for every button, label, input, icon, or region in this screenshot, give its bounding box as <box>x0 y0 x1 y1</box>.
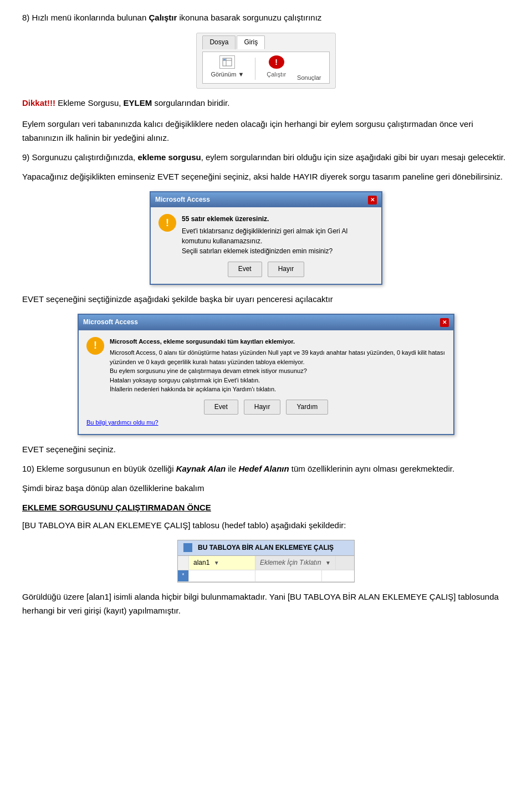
col2-dropdown-arrow[interactable]: ▼ <box>325 560 331 566</box>
dialog1-close-button[interactable]: ✕ <box>368 196 377 205</box>
row-selector-header <box>178 556 189 570</box>
dialog2-container: Microsoft Access ✕ ! Microsoft Access, e… <box>22 314 510 435</box>
dialog2-body: ! Microsoft Access, ekleme sorgusundaki … <box>79 330 453 435</box>
section8-heading: 8) Hızlı menü ikonlarında bulunan Çalışt… <box>22 11 510 25</box>
paragraph4: EVET seçeneğini seçiniz. <box>22 443 510 457</box>
ribbon-container: Dosya Giriş <box>196 33 335 89</box>
table-data-row: * <box>178 570 354 582</box>
dialog1-evet-button[interactable]: Evet <box>228 262 262 277</box>
table-header-icon <box>183 543 192 552</box>
svg-rect-3 <box>223 59 226 60</box>
dialog1-warning-icon: ! <box>158 214 176 232</box>
dialog2-help-link[interactable]: Bu bilgi yardımcı oldu mu? <box>86 419 158 426</box>
dialog1: Microsoft Access ✕ ! 55 satır eklemek üz… <box>150 191 382 284</box>
dialog2-row: ! Microsoft Access, ekleme sorgusundaki … <box>86 337 446 394</box>
dikkat-label: Dikkat <box>22 98 47 108</box>
col1-dropdown-arrow[interactable]: ▼ <box>214 560 219 566</box>
ribbon-group-sonuclar: Sonuçlar <box>297 71 321 83</box>
paragraph6: Görüldüğü üzere [alan1] isimli alanda hi… <box>22 590 510 618</box>
table-col1-header[interactable]: alan1 ▼ <box>189 556 255 570</box>
dialog2-close-button[interactable]: ✕ <box>440 318 449 327</box>
ribbon-tabs: Dosya Giriş <box>202 35 329 49</box>
ribbon-group-goruntum: Görünüm ▼ <box>211 55 244 80</box>
dialog2-warning-icon: ! <box>86 337 104 355</box>
table-header-row: alan1 ▼ Eklemek İçin Tıklatın ▼ <box>178 556 354 570</box>
dialog2-text: Microsoft Access, ekleme sorgusundaki tü… <box>110 337 446 394</box>
table-data-cell1[interactable] <box>189 570 255 581</box>
section9-heading: 9) Sorgunuzu çalıştırdığınızda, ekleme s… <box>22 151 510 165</box>
goruntum-icon[interactable] <box>219 55 235 69</box>
dialog1-row: ! 55 satır eklemek üzeresiniz. Evet'i tı… <box>158 214 374 256</box>
dialog1-buttons: Evet Hayır <box>158 262 374 277</box>
section10-heading: 10) Ekleme sorgusunun en büyük özelliği … <box>22 462 510 476</box>
access-table-container: BU TABLOYA BİR ALAN EKLEMEYE ÇALIŞ alan1… <box>22 540 510 583</box>
dialog2-hayir-button[interactable]: Hayır <box>244 400 281 415</box>
paragraph3: EVET seçeneğini seçtiğinizde aşağıdaki ş… <box>22 293 510 306</box>
table-icon <box>222 58 232 67</box>
ribbon-body: Görünüm ▼ ! Çalıştır Sonuçlar <box>202 52 329 84</box>
dialog2-yardim-button[interactable]: Yardım <box>286 400 328 415</box>
access-table-header: BU TABLOYA BİR ALAN EKLEMEYE ÇALIŞ <box>178 540 354 556</box>
dialog1-body: ! 55 satır eklemek üzeresiniz. Evet'i tı… <box>151 207 381 283</box>
dialog1-hayir-button[interactable]: Hayır <box>268 262 305 277</box>
ribbon-group-run: ! Çalıştır <box>267 55 286 80</box>
ekleme-heading-block: EKLEME SORGUSUNU ÇALIŞTIRMADAN ÖNCE [BU … <box>22 501 510 532</box>
dialog1-text: 55 satır eklemek üzeresiniz. Evet'i tıkl… <box>182 214 374 256</box>
dikkat-block: Dikkat!!! Ekleme Sorgusu, EYLEM sorgular… <box>22 96 510 110</box>
table-col2-header: Eklemek İçin Tıklatın ▼ <box>255 556 336 570</box>
run-icon[interactable]: ! <box>269 55 284 69</box>
dialog2: Microsoft Access ✕ ! Microsoft Access, e… <box>78 314 454 435</box>
paragraph2: Yapacağınız değişiklikten eminseniz EVET… <box>22 170 510 184</box>
access-table-body: alan1 ▼ Eklemek İçin Tıklatın ▼ * <box>178 556 354 582</box>
ribbon-image: Dosya Giriş <box>22 33 510 89</box>
dialog1-titlebar: Microsoft Access ✕ <box>151 192 381 207</box>
row-selector-new: * <box>178 570 189 581</box>
ribbon-tab-giris[interactable]: Giriş <box>237 35 265 49</box>
paragraph5: Şimdi biraz başa dönüp alan özelliklerin… <box>22 482 510 495</box>
dialog2-evet-button[interactable]: Evet <box>204 400 238 415</box>
ribbon-tab-dosya[interactable]: Dosya <box>202 35 236 49</box>
dialog2-buttons: Evet Hayır Yardım <box>86 400 446 415</box>
ribbon-separator <box>255 58 255 80</box>
dialog1-container: Microsoft Access ✕ ! 55 satır eklemek üz… <box>22 191 510 284</box>
paragraph1: Eylem sorguları veri tabanınızda kalıcı … <box>22 117 510 145</box>
dialog2-titlebar: Microsoft Access ✕ <box>79 315 453 330</box>
access-table: BU TABLOYA BİR ALAN EKLEMEYE ÇALIŞ alan1… <box>177 540 355 583</box>
table-data-cell2 <box>255 570 322 581</box>
